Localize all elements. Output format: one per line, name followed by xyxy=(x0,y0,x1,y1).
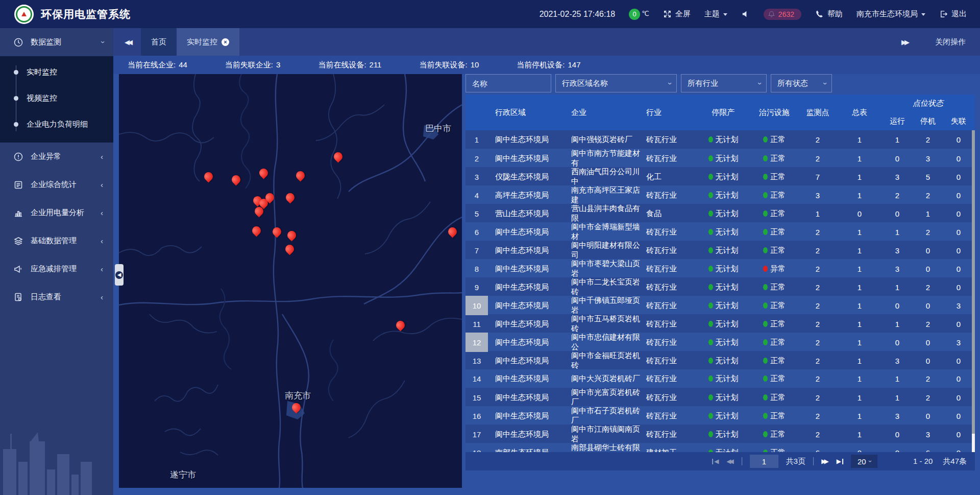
header-meter[interactable]: 总表 xyxy=(838,95,881,130)
name-filter xyxy=(465,74,551,92)
sidebar-item-power-load-detail[interactable]: 企业电力负荷明细 xyxy=(0,111,113,137)
cell-region: 阆中生态环境局 xyxy=(488,222,557,242)
tab-realtime-monitoring[interactable]: 实时监控 × xyxy=(177,28,239,56)
sidebar-item-base-data[interactable]: 基础数据管理 ‹ xyxy=(0,227,113,255)
sidebar-item-power-analysis[interactable]: 企业用电量分析 ‹ xyxy=(0,199,113,227)
region-filter-select[interactable]: 行政区域名称 ‹ xyxy=(555,74,677,92)
table-scrollbar[interactable] xyxy=(972,130,975,452)
sidebar-item-log-view[interactable]: 日志查看 ‹ xyxy=(0,283,113,311)
last-page-button[interactable]: ▶ xyxy=(837,458,843,465)
cell-enterprise: 阆中市忠信建材有限公 xyxy=(557,333,644,352)
table-row[interactable]: 3仪陇生态环境局西南油气田分公司川中化工无计划正常71350 xyxy=(465,167,975,185)
tab-close-icon[interactable]: × xyxy=(222,38,229,46)
user-org-dropdown[interactable]: 南充市生态环境局 xyxy=(856,9,925,19)
table-row[interactable]: 9阆中生态环境局阆中市二龙长宝页岩砖砖瓦行业无计划正常21120 xyxy=(465,277,975,296)
table-row[interactable]: 4高坪生态环境局南充市高坪区王家店建砖瓦行业无计划正常31220 xyxy=(465,185,975,204)
help-button[interactable]: 帮助 xyxy=(815,9,843,19)
header-run[interactable]: 运行 xyxy=(881,112,914,130)
stats-bar: 当前在线企业: 44 当前失联企业: 3 当前在线设备: 211 当前失联设备:… xyxy=(113,56,980,74)
theme-dropdown[interactable]: 主题 xyxy=(704,9,727,19)
cell-monitor: 6 xyxy=(797,443,838,452)
table-row[interactable]: 6阆中生态环境局阆中市金博瑞新型墙材砖瓦行业无计划正常21120 xyxy=(465,222,975,241)
sidebar-item-label: 日志查看 xyxy=(31,292,61,302)
tabs-scroll-left-button[interactable]: ◀◀ xyxy=(125,38,133,46)
fullscreen-button[interactable]: 全屏 xyxy=(663,9,691,19)
cell-region: 阆中生态环境局 xyxy=(488,241,557,260)
cell-enterprise: 阆中市南方节能建材有 xyxy=(557,149,644,168)
chevron-down-icon xyxy=(723,13,727,16)
notification-count: 2632 xyxy=(778,10,794,18)
status-text: 正常 xyxy=(770,135,786,145)
table-row[interactable]: 12阆中生态环境局阆中市忠信建材有限公砖瓦行业无计划正常21003 xyxy=(465,333,975,351)
status-text: 无计划 xyxy=(716,209,739,219)
tab-home[interactable]: 首页 xyxy=(141,28,177,56)
cell-region: 阆中生态环境局 xyxy=(488,314,557,334)
table-row[interactable]: 11阆中生态环境局阆中市五马桥页岩机砖砖瓦行业无计划正常21120 xyxy=(465,314,975,333)
cell-industry: 化工 xyxy=(644,167,695,186)
sidebar-item-enterprise-abnormal[interactable]: 企业异常 ‹ xyxy=(0,143,113,171)
page-size-select[interactable]: 20 ‹ xyxy=(851,455,877,468)
table-row[interactable]: 1阆中生态环境局阆中强锐页岩砖厂砖瓦行业无计划正常21120 xyxy=(465,130,975,149)
table-row[interactable]: 8阆中生态环境局阆中市枣碧大梁山页岩砖瓦行业无计划异常21300 xyxy=(465,259,975,277)
header-enterprise[interactable]: 企业 xyxy=(557,95,644,130)
status-text: 无计划 xyxy=(716,191,739,200)
logout-button[interactable]: 退出 xyxy=(939,9,967,19)
page-number-input[interactable]: 1 xyxy=(750,455,778,468)
app-title: 环保用电监管系统 xyxy=(41,7,131,21)
header-facility[interactable]: 治污设施 xyxy=(751,95,797,130)
status-dot-green xyxy=(708,284,713,290)
sidebar-item-data-monitoring[interactable]: 数据监测 ‹ xyxy=(0,28,113,56)
cell-meter: 1 xyxy=(838,167,881,186)
tabs-scroll-right-button[interactable]: ▶▶ xyxy=(901,38,910,46)
stat-label: 当前在线企业: xyxy=(128,60,176,70)
table-row[interactable]: 10阆中生态环境局阆中千佛镇五郎垭页岩砖瓦行业无计划正常21003 xyxy=(465,296,975,314)
prev-page-button[interactable]: ◀◀ xyxy=(726,458,733,465)
scrollbar-thumb[interactable] xyxy=(972,130,975,434)
sidebar-item-enterprise-statistics[interactable]: 企业综合统计 ‹ xyxy=(0,171,113,199)
table-row[interactable]: 2阆中生态环境局阆中市南方节能建材有砖瓦行业无计划正常21030 xyxy=(465,149,975,167)
notification-badge[interactable]: 2632 xyxy=(764,9,801,20)
status-dot-green xyxy=(708,155,713,161)
cell-monitor: 2 xyxy=(797,149,838,168)
header-monitor[interactable]: 监测点 xyxy=(797,95,838,130)
mute-button[interactable] xyxy=(741,10,750,18)
sidebar-item-realtime-monitoring[interactable]: 实时监控 xyxy=(0,59,113,85)
page: 环保用电监管系统 2021-02-25 17:46:18 0 ℃ 全屏 主题 xyxy=(0,0,980,495)
table-row[interactable]: 15阆中生态环境局阆中市光富页岩机砖厂砖瓦行业无计划正常21120 xyxy=(465,388,975,406)
first-page-button[interactable]: ◀ xyxy=(712,458,719,465)
status-dot-green xyxy=(708,431,713,437)
cell-facility: 正常 xyxy=(751,277,797,297)
header-lost[interactable]: 失联 xyxy=(942,112,975,130)
name-filter-input[interactable] xyxy=(466,79,551,88)
header-production[interactable]: 停限产 xyxy=(695,95,751,130)
table-row[interactable]: 7阆中生态环境局阆中明阳建材有限公司砖瓦行业无计划正常21300 xyxy=(465,241,975,259)
chevron-left-icon: ‹ xyxy=(101,293,103,301)
cell-lost: 0 xyxy=(942,259,975,278)
header-stop[interactable]: 停机 xyxy=(914,112,942,130)
table-row[interactable]: 14阆中生态环境局阆中大兴页岩机砖厂砖瓦行业无计划正常21120 xyxy=(465,369,975,388)
table-row[interactable]: 16阆中生态环境局阆中市石子页岩机砖厂砖瓦行业无计划正常21300 xyxy=(465,406,975,425)
sidebar-item-video-monitoring[interactable]: 视频监控 xyxy=(0,85,113,111)
cell-run: 3 xyxy=(881,351,914,370)
status-dot-green xyxy=(763,284,768,290)
map-canvas[interactable]: ◀ 巴中市南充市遂宁市 xyxy=(119,74,462,488)
industry-filter-select[interactable]: 所有行业 ‹ xyxy=(681,74,767,92)
table-row[interactable]: 5营山生态环境局营山县润丰肉食品有限食品无计划正常10010 xyxy=(465,204,975,222)
table-row[interactable]: 18南部生态环境局南部县砌华士砖有限公建材加工无计划正常60060 xyxy=(465,443,975,452)
sidebar-collapse-button[interactable]: ◀ xyxy=(115,264,124,286)
cell-facility: 正常 xyxy=(751,167,797,186)
header-industry[interactable]: 行业 xyxy=(644,95,695,130)
close-operations-button[interactable]: 关闭操作 xyxy=(935,37,966,47)
next-page-button[interactable]: ▶▶ xyxy=(821,458,828,465)
cell-meter: 1 xyxy=(838,241,881,260)
bullet-dot-icon xyxy=(14,122,18,127)
table-row[interactable]: 13阆中生态环境局阆中市金福旺页岩机砖砖瓦行业无计划正常21300 xyxy=(465,351,975,369)
cell-monitor: 2 xyxy=(797,130,838,149)
sidebar-item-emergency-reduction[interactable]: 应急减排管理 ‹ xyxy=(0,255,113,283)
header-region[interactable]: 行政区域 xyxy=(488,95,557,130)
main-area: ◀ 巴中市南充市遂宁市 行政区域名称 ‹ 所有行业 ‹ xyxy=(113,74,980,495)
cell-run: 2 xyxy=(881,185,914,205)
status-filter-select[interactable]: 所有状态 ‹ xyxy=(771,74,832,92)
table-row[interactable]: 17阆中生态环境局阆中市江南镇阆南页岩砖瓦行业无计划正常21030 xyxy=(465,425,975,443)
cell-monitor: 2 xyxy=(797,351,838,370)
